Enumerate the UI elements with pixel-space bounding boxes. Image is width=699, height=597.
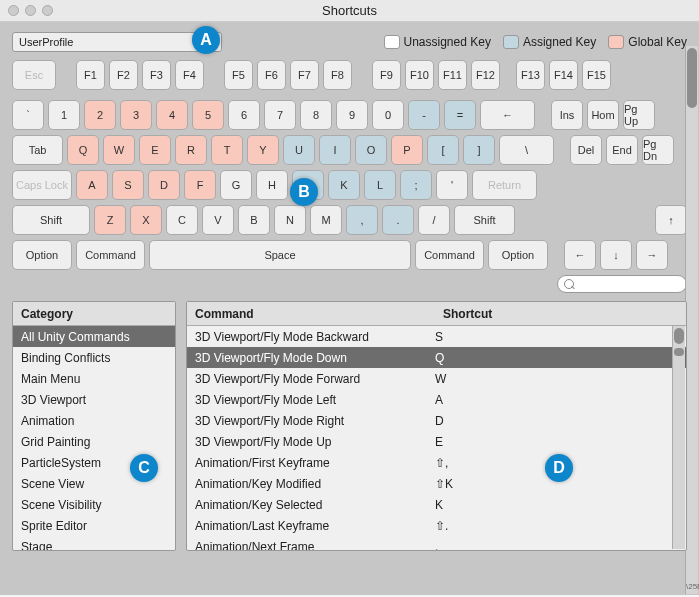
key-1[interactable]: 1 (48, 100, 80, 130)
key-shift[interactable]: Shift (12, 205, 90, 235)
command-row[interactable]: Animation/First Keyframe⇧, (187, 452, 686, 473)
key-[interactable]: . (382, 205, 414, 235)
key-f6[interactable]: F6 (257, 60, 286, 90)
category-item[interactable]: Stage (13, 536, 175, 550)
command-scrollbar-marker[interactable] (674, 348, 684, 356)
key-r[interactable]: R (175, 135, 207, 165)
key-p[interactable]: P (391, 135, 423, 165)
command-row[interactable]: 3D Viewport/Fly Mode BackwardS (187, 326, 686, 347)
key-f3[interactable]: F3 (142, 60, 171, 90)
key-[interactable]: / (418, 205, 450, 235)
key-s[interactable]: S (112, 170, 144, 200)
key-v[interactable]: V (202, 205, 234, 235)
key-m[interactable]: M (310, 205, 342, 235)
command-row[interactable]: 3D Viewport/Fly Mode LeftA (187, 389, 686, 410)
key-[interactable]: → (636, 240, 668, 270)
key-[interactable]: ] (463, 135, 495, 165)
category-item[interactable]: Scene Visibility (13, 494, 175, 515)
key-shift[interactable]: Shift (454, 205, 515, 235)
key-d[interactable]: D (148, 170, 180, 200)
key-x[interactable]: X (130, 205, 162, 235)
key-5[interactable]: 5 (192, 100, 224, 130)
key-t[interactable]: T (211, 135, 243, 165)
key-del[interactable]: Del (570, 135, 602, 165)
command-scrollbar-thumb[interactable] (674, 328, 684, 344)
search-input[interactable] (557, 275, 687, 293)
key-[interactable]: ↓ (600, 240, 632, 270)
close-icon[interactable] (8, 5, 19, 16)
key-f11[interactable]: F11 (438, 60, 467, 90)
key-y[interactable]: Y (247, 135, 279, 165)
key-f14[interactable]: F14 (549, 60, 578, 90)
command-row[interactable]: 3D Viewport/Fly Mode UpE (187, 431, 686, 452)
category-item[interactable]: Sprite Editor (13, 515, 175, 536)
key-h[interactable]: H (256, 170, 288, 200)
key-f8[interactable]: F8 (323, 60, 352, 90)
key-[interactable]: ` (12, 100, 44, 130)
key-6[interactable]: 6 (228, 100, 260, 130)
key-command[interactable]: Command (415, 240, 484, 270)
key-f5[interactable]: F5 (224, 60, 253, 90)
command-row[interactable]: Animation/Key Modified⇧K (187, 473, 686, 494)
key-g[interactable]: G (220, 170, 252, 200)
key-[interactable]: ; (400, 170, 432, 200)
key-z[interactable]: Z (94, 205, 126, 235)
key-i[interactable]: I (319, 135, 351, 165)
key-ins[interactable]: Ins (551, 100, 583, 130)
key-u[interactable]: U (283, 135, 315, 165)
key-e[interactable]: E (139, 135, 171, 165)
key-0[interactable]: 0 (372, 100, 404, 130)
key-capslock[interactable]: Caps Lock (12, 170, 72, 200)
category-item[interactable]: Grid Painting (13, 431, 175, 452)
key-pgup[interactable]: Pg Up (623, 100, 655, 130)
key-return[interactable]: Return (472, 170, 537, 200)
category-item[interactable]: Animation (13, 410, 175, 431)
key-command[interactable]: Command (76, 240, 145, 270)
key-f9[interactable]: F9 (372, 60, 401, 90)
key-7[interactable]: 7 (264, 100, 296, 130)
key-pgdn[interactable]: Pg Dn (642, 135, 674, 165)
key-w[interactable]: W (103, 135, 135, 165)
key-[interactable]: , (346, 205, 378, 235)
command-row[interactable]: Animation/Key SelectedK (187, 494, 686, 515)
command-row[interactable]: 3D Viewport/Fly Mode ForwardW (187, 368, 686, 389)
key-f13[interactable]: F13 (516, 60, 545, 90)
key-tab[interactable]: Tab (12, 135, 63, 165)
zoom-icon[interactable] (42, 5, 53, 16)
key-[interactable]: - (408, 100, 440, 130)
minimize-icon[interactable] (25, 5, 36, 16)
key-f7[interactable]: F7 (290, 60, 319, 90)
key-n[interactable]: N (274, 205, 306, 235)
category-item[interactable]: Binding Conflicts (13, 347, 175, 368)
key-option[interactable]: Option (12, 240, 72, 270)
key-l[interactable]: L (364, 170, 396, 200)
key-c[interactable]: C (166, 205, 198, 235)
category-item[interactable]: 3D Viewport (13, 389, 175, 410)
key-f[interactable]: F (184, 170, 216, 200)
command-row[interactable]: 3D Viewport/Fly Mode DownQ (187, 347, 686, 368)
key-f1[interactable]: F1 (76, 60, 105, 90)
key-f2[interactable]: F2 (109, 60, 138, 90)
key-a[interactable]: A (76, 170, 108, 200)
key-o[interactable]: O (355, 135, 387, 165)
command-row[interactable]: 3D Viewport/Fly Mode RightD (187, 410, 686, 431)
category-item[interactable]: Main Menu (13, 368, 175, 389)
key-hom[interactable]: Hom (587, 100, 619, 130)
category-item[interactable]: All Unity Commands (13, 326, 175, 347)
key-end[interactable]: End (606, 135, 638, 165)
key-[interactable]: [ (427, 135, 459, 165)
command-scrollbar[interactable] (672, 326, 685, 549)
key-8[interactable]: 8 (300, 100, 332, 130)
key-space[interactable]: Space (149, 240, 411, 270)
key-b[interactable]: B (238, 205, 270, 235)
key-f12[interactable]: F12 (471, 60, 500, 90)
command-row[interactable]: Animation/Next Frame. (187, 536, 686, 550)
key-f10[interactable]: F10 (405, 60, 434, 90)
key-option[interactable]: Option (488, 240, 548, 270)
key-f15[interactable]: F15 (582, 60, 611, 90)
key-[interactable]: ' (436, 170, 468, 200)
key-j[interactable]: J (292, 170, 324, 200)
profile-dropdown[interactable]: UserProfile (12, 32, 222, 52)
category-item[interactable]: Scene View (13, 473, 175, 494)
command-row[interactable]: Animation/Last Keyframe⇧. (187, 515, 686, 536)
